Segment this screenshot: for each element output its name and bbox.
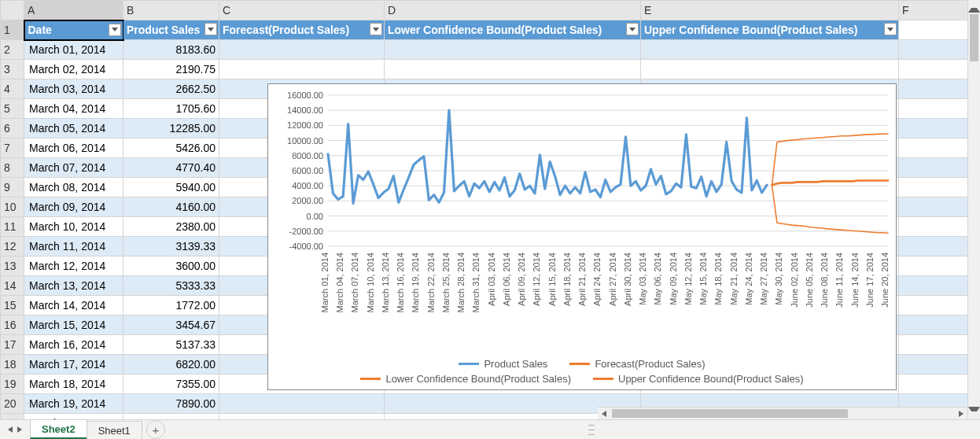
row-header[interactable]: 20 <box>1 394 24 414</box>
cell[interactable] <box>899 158 968 178</box>
cell[interactable] <box>385 60 641 79</box>
cell[interactable] <box>899 99 968 119</box>
worksheet-grid[interactable]: ABCDEF1DateProduct SalesForecast(Product… <box>0 0 967 419</box>
table-header-E[interactable]: Upper Confidence Bound(Product Sales) <box>641 20 899 40</box>
cell[interactable] <box>899 276 968 296</box>
row-header[interactable]: 15 <box>1 296 24 315</box>
cell[interactable]: 5426.00 <box>123 138 219 158</box>
row-header[interactable]: 2 <box>1 40 24 60</box>
cell[interactable] <box>899 79 968 99</box>
column-header-B[interactable]: B <box>123 1 219 20</box>
cell[interactable] <box>899 374 968 394</box>
row-header[interactable]: 3 <box>1 60 24 79</box>
cell[interactable]: March 12, 2014 <box>24 256 123 276</box>
cell[interactable]: March 07, 2014 <box>24 158 123 178</box>
cell[interactable]: March 14, 2014 <box>24 296 123 315</box>
cell[interactable]: 7890.00 <box>123 394 219 414</box>
cell[interactable] <box>641 40 899 60</box>
cell[interactable]: March 01, 2014 <box>24 40 123 60</box>
row-header[interactable]: 10 <box>1 197 24 217</box>
column-header-A[interactable]: A <box>24 1 123 20</box>
cell[interactable] <box>219 394 385 414</box>
row-header[interactable]: 18 <box>1 355 24 374</box>
cell[interactable]: 4160.00 <box>123 197 219 217</box>
row-header[interactable]: 12 <box>1 237 24 256</box>
cell[interactable]: 8183.60 <box>123 40 219 60</box>
cell[interactable]: 4770.40 <box>123 158 219 178</box>
column-header-C[interactable]: C <box>219 1 385 20</box>
cell[interactable]: 1772.00 <box>123 296 219 315</box>
filter-dropdown-icon[interactable] <box>204 23 217 35</box>
cell[interactable]: March 02, 2014 <box>24 60 123 79</box>
scroll-thumb-horizontal[interactable] <box>612 409 848 418</box>
row-header[interactable]: 8 <box>1 158 24 178</box>
row-header[interactable]: 9 <box>1 178 24 197</box>
cell[interactable] <box>899 40 968 60</box>
row-header[interactable]: 1 <box>1 20 24 40</box>
cell[interactable]: 7355.00 <box>123 374 219 394</box>
table-header-B[interactable]: Product Sales <box>123 20 219 40</box>
row-header[interactable]: 13 <box>1 256 24 276</box>
cell[interactable]: 5137.33 <box>123 335 219 355</box>
cell[interactable] <box>899 296 968 315</box>
scroll-down-button[interactable] <box>968 407 980 419</box>
cell[interactable] <box>899 119 968 138</box>
cell[interactable]: March 13, 2014 <box>24 276 123 296</box>
scroll-thumb-vertical[interactable] <box>970 14 978 61</box>
filter-dropdown-icon[interactable] <box>626 23 639 35</box>
filter-dropdown-icon[interactable] <box>370 23 382 35</box>
cell[interactable]: March 20, 2014 <box>24 414 123 420</box>
sheet-nav-buttons[interactable] <box>0 426 30 433</box>
cell[interactable]: March 08, 2014 <box>24 178 123 197</box>
cell[interactable] <box>899 138 968 158</box>
cell[interactable]: 2190.75 <box>123 60 219 79</box>
cell[interactable]: March 04, 2014 <box>24 99 123 119</box>
select-all-corner[interactable] <box>1 1 24 20</box>
cell[interactable]: 1705.60 <box>123 99 219 119</box>
row-header[interactable]: 14 <box>1 276 24 296</box>
horizontal-scrollbar[interactable] <box>598 407 967 419</box>
row-header[interactable]: 17 <box>1 335 24 355</box>
cell[interactable] <box>899 20 968 40</box>
cell[interactable] <box>219 414 385 420</box>
row-header[interactable]: 4 <box>1 79 24 99</box>
cell[interactable]: March 15, 2014 <box>24 315 123 335</box>
scroll-right-button[interactable] <box>955 408 967 420</box>
row-header[interactable]: 6 <box>1 119 24 138</box>
row-header[interactable]: 7 <box>1 138 24 158</box>
next-sheet-icon[interactable] <box>17 426 22 433</box>
cell[interactable] <box>641 60 899 79</box>
cell[interactable]: March 09, 2014 <box>24 197 123 217</box>
cell[interactable] <box>899 60 968 79</box>
cell[interactable]: March 10, 2014 <box>24 217 123 237</box>
table-header-C[interactable]: Forecast(Product Sales) <box>219 20 385 40</box>
filter-dropdown-icon[interactable] <box>884 23 897 35</box>
cell[interactable]: March 11, 2014 <box>24 237 123 256</box>
tab-split-handle[interactable] <box>588 422 595 437</box>
column-header-D[interactable]: D <box>385 1 641 20</box>
table-header-D[interactable]: Lower Confidence Bound(Product Sales) <box>385 20 641 40</box>
cell[interactable]: 5940.00 <box>123 178 219 197</box>
cell[interactable]: 12285.00 <box>123 119 219 138</box>
cell[interactable]: March 06, 2014 <box>24 138 123 158</box>
cell[interactable]: March 03, 2014 <box>24 79 123 99</box>
row-header[interactable]: 21 <box>1 414 24 420</box>
cell[interactable] <box>899 355 968 374</box>
cell[interactable]: 3600.00 <box>123 256 219 276</box>
cell[interactable] <box>219 40 385 60</box>
cell[interactable]: 3139.33 <box>123 237 219 256</box>
cell[interactable] <box>899 237 968 256</box>
filter-dropdown-icon[interactable] <box>109 24 121 36</box>
cell[interactable]: 3454.67 <box>123 315 219 335</box>
cell[interactable] <box>385 40 641 60</box>
row-header[interactable]: 11 <box>1 217 24 237</box>
cell[interactable] <box>899 315 968 335</box>
scroll-left-button[interactable] <box>598 408 610 420</box>
cell[interactable] <box>899 178 968 197</box>
forecast-chart[interactable]: 16000.0014000.0012000.0010000.008000.006… <box>267 83 897 390</box>
tab-sheet2[interactable]: Sheet2 <box>30 419 87 439</box>
cell[interactable] <box>899 197 968 217</box>
cell[interactable] <box>899 217 968 237</box>
column-header-E[interactable]: E <box>641 1 899 20</box>
cell[interactable]: March 17, 2014 <box>24 355 123 374</box>
